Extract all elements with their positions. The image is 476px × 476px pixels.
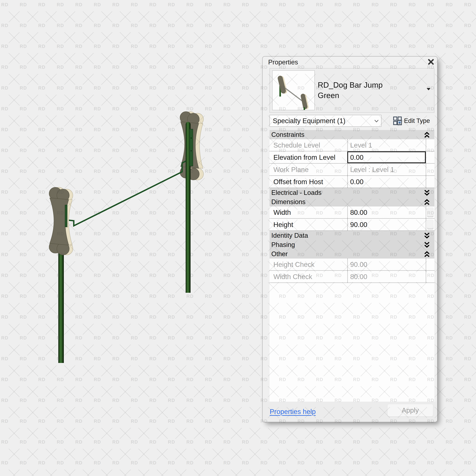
property-value[interactable]: 0.00: [347, 176, 426, 187]
associate-parameter-button[interactable]: [427, 207, 433, 217]
properties-palette: Properties: [262, 56, 438, 422]
property-label: Width Check: [270, 271, 347, 283]
thumb-right-post: [304, 107, 305, 110]
property-row-schedule-level: Schedule Level Level 1: [270, 139, 434, 152]
property-label: Work Plane: [270, 164, 347, 175]
property-label: Height: [270, 219, 347, 230]
property-aux-cell: [426, 139, 434, 151]
property-value: 90.00: [347, 258, 426, 270]
type-selector[interactable]: RD_Dog Bar Jump Green: [270, 68, 434, 113]
properties-help-link[interactable]: Properties help: [270, 408, 316, 416]
section-header-constraints[interactable]: Constraints: [270, 130, 434, 139]
type-name-line1: RD_Dog Bar Jump: [318, 80, 383, 90]
property-row-work-plane: Work Plane Level : Level 1: [270, 164, 434, 176]
property-value: 80.00: [347, 271, 426, 283]
property-row-elevation-from-level: Elevation from Level 0.00: [270, 152, 434, 164]
property-row-height-check: Height Check 90.00: [270, 258, 434, 271]
property-value: Level 1: [347, 139, 426, 151]
type-name-line2: Green: [318, 90, 383, 101]
property-label: Schedule Level: [270, 139, 347, 151]
category-filter-combobox[interactable]: Specialty Equipment (1): [270, 115, 381, 127]
category-filter-value: Specialty Equipment (1): [273, 117, 345, 125]
property-label: Height Check: [270, 258, 347, 270]
property-value-active-editor[interactable]: 0.00: [347, 152, 426, 163]
left-bone-topper: [49, 187, 73, 255]
palette-footer: Properties help Apply: [263, 402, 437, 422]
property-grid: Constraints Schedule Level Level 1 Eleva…: [270, 130, 434, 402]
left-bar-bracket: [65, 205, 67, 227]
expand-section-icon: [424, 233, 430, 238]
section-header-dimensions[interactable]: Dimensions: [270, 197, 434, 206]
property-label: Offset from Host: [270, 176, 347, 187]
collapse-section-icon: [424, 199, 430, 205]
section-header-phasing[interactable]: Phasing: [270, 240, 434, 249]
palette-title: Properties: [268, 58, 298, 66]
expand-section-icon: [424, 242, 430, 248]
collapse-section-icon: [424, 132, 430, 138]
property-aux-cell: [426, 164, 434, 175]
edit-type-button[interactable]: Edit Type: [393, 115, 430, 127]
property-row-width: Width 80.00: [270, 206, 434, 219]
property-row-width-check: Width Check 80.00: [270, 271, 434, 283]
property-value[interactable]: 90.00: [347, 219, 426, 230]
combo-chevron-down-icon: [374, 119, 379, 122]
property-row-height: Height 90.00: [270, 219, 434, 231]
property-aux-cell: [426, 271, 434, 283]
property-aux-cell: [426, 206, 434, 218]
property-row-offset-from-host: Offset from Host 0.00: [270, 176, 434, 188]
edit-type-icon: [393, 116, 402, 125]
collapse-section-icon: [424, 251, 430, 257]
thumb-left-bone: [277, 75, 288, 95]
property-label: Width: [270, 206, 347, 218]
property-aux-cell: [426, 258, 434, 270]
jump-bar: [66, 158, 192, 226]
property-aux-cell: [426, 176, 434, 187]
palette-titlebar: Properties: [263, 56, 437, 68]
property-aux-cell: [426, 152, 434, 163]
revit-canvas: Properties: [0, 0, 476, 476]
right-bar-bracket: [189, 129, 193, 166]
edit-type-label: Edit Type: [404, 117, 430, 124]
section-header-other[interactable]: Other: [270, 249, 434, 258]
property-value[interactable]: 80.00: [347, 206, 426, 218]
section-header-electrical-loads[interactable]: Electrical - Loads: [270, 188, 434, 197]
type-preview-thumbnail: [272, 70, 315, 110]
type-dropdown-caret-icon[interactable]: [426, 88, 431, 90]
type-name: RD_Dog Bar Jump Green: [318, 80, 383, 101]
property-label: Elevation from Level: [270, 152, 347, 163]
close-button[interactable]: [427, 58, 435, 66]
associate-parameter-button[interactable]: [427, 220, 433, 229]
property-aux-cell: [426, 219, 434, 230]
selector-row: Specialty Equipment (1) Edit Type: [270, 115, 434, 127]
expand-section-icon: [424, 190, 430, 196]
section-header-identity-data[interactable]: Identity Data: [270, 231, 434, 240]
property-value: Level : Level 1: [347, 164, 426, 175]
close-icon: [428, 59, 434, 65]
apply-button[interactable]: Apply: [387, 404, 433, 416]
